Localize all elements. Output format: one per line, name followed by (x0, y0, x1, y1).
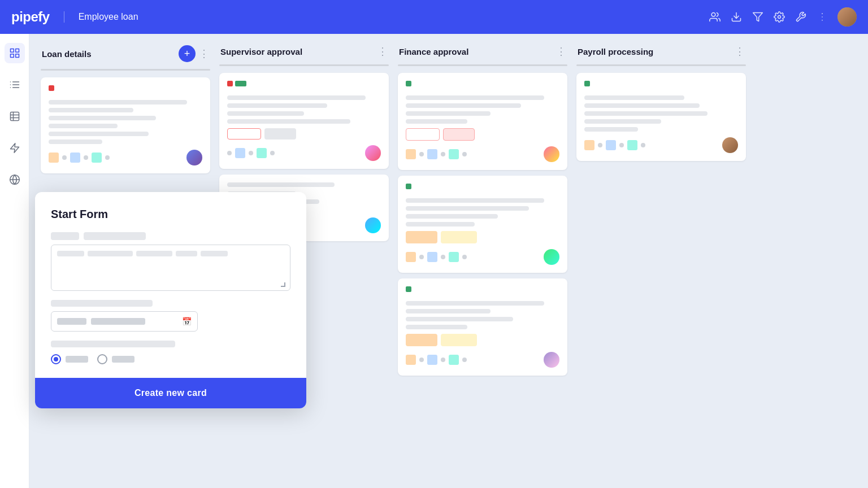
card-finance-2[interactable] (398, 176, 567, 273)
sidebar-item-list[interactable] (5, 75, 25, 95)
card-dot-indicator (462, 358, 467, 362)
column-title-supervisor: Supervisor approval (220, 47, 377, 56)
card-tag-icon (49, 152, 59, 163)
card-badges (406, 128, 559, 141)
form-radio-row (51, 354, 290, 364)
export-icon[interactable] (730, 11, 743, 23)
card-assignee-avatar (365, 145, 381, 161)
badge-orange (406, 334, 437, 346)
users-icon[interactable] (709, 11, 721, 23)
svg-point-0 (711, 13, 715, 17)
card-icons (227, 148, 275, 158)
svg-rect-8 (15, 49, 19, 53)
date-pill (91, 318, 145, 325)
filter-icon[interactable] (752, 11, 764, 23)
card-line (227, 111, 304, 116)
card-dot-indicator (62, 155, 67, 160)
card-status-dot-green (406, 184, 411, 189)
card-icons (584, 140, 645, 150)
form-radio-label (51, 341, 175, 347)
card-icon (427, 355, 437, 365)
wrench-icon[interactable] (795, 11, 807, 23)
card-attachment-icon (70, 152, 80, 163)
card-icon (257, 148, 267, 158)
textarea-placeholder-line (201, 251, 228, 256)
sidebar-item-globe[interactable] (5, 169, 25, 190)
radio-option-2[interactable] (97, 354, 134, 364)
card-line (406, 317, 513, 321)
card-payroll-1[interactable] (576, 73, 746, 161)
column-progress-payroll (576, 64, 746, 66)
sidebar-item-table[interactable] (5, 106, 25, 127)
card-footer (227, 145, 381, 161)
card-line (227, 103, 327, 108)
textarea-placeholder-line (136, 251, 172, 256)
field-label-pill-2 (84, 232, 146, 240)
radio-button-active[interactable] (51, 354, 61, 364)
card-dot-indicator (598, 143, 602, 147)
badge-pink-outline (406, 128, 440, 141)
card-icons (406, 252, 467, 262)
topbar-actions (709, 7, 857, 27)
column-more-supervisor[interactable]: ⋮ (377, 45, 388, 58)
card-icon (627, 140, 637, 150)
form-textarea-field[interactable] (51, 245, 290, 291)
column-progress-finance (398, 64, 567, 66)
card-icon (235, 148, 245, 158)
textarea-placeholder-line (88, 251, 133, 256)
card-line (406, 309, 491, 313)
card-status-dot-green (584, 81, 590, 86)
radio-option-1[interactable] (51, 354, 88, 364)
column-title-payroll: Payroll processing (578, 47, 735, 56)
user-avatar[interactable] (837, 7, 857, 27)
card-assignee-avatar (186, 150, 202, 165)
more-vertical-icon[interactable] (816, 11, 828, 23)
card-icon (584, 140, 594, 150)
card-dots (406, 184, 559, 194)
card-supervisor-1[interactable] (219, 73, 389, 169)
card-finance-3[interactable] (398, 278, 567, 376)
badge-pink-fill (443, 128, 475, 141)
form-date-input[interactable]: 📅 (51, 311, 198, 332)
column-more-loan-details[interactable]: ⋮ (199, 47, 209, 60)
card-dot-indicator (441, 255, 445, 259)
card-icon (449, 252, 459, 262)
card-line (406, 301, 544, 306)
card-icons (406, 149, 467, 159)
svg-point-3 (778, 16, 781, 19)
column-more-payroll[interactable]: ⋮ (735, 45, 745, 58)
column-progress-loan-details (41, 69, 210, 71)
card-badges (406, 231, 559, 243)
radio-button-inactive[interactable] (97, 354, 107, 364)
logo-text: pipefy (11, 9, 50, 25)
form-body: Start Form (35, 192, 306, 378)
column-header-finance: Finance approval ⋮ (398, 45, 567, 58)
settings-icon[interactable] (773, 11, 785, 23)
card-line (227, 95, 366, 100)
start-form-modal: Start Form (35, 192, 306, 408)
form-title: Start Form (51, 208, 290, 221)
card-footer (406, 146, 559, 162)
card-dot-indicator (419, 152, 424, 156)
add-card-button-loan-details[interactable]: + (179, 45, 196, 62)
card-dots (406, 286, 559, 297)
card-line (406, 103, 521, 108)
sidebar-item-automation[interactable] (5, 138, 25, 158)
card-badges (227, 128, 381, 140)
sidebar-item-board[interactable] (5, 43, 25, 63)
card-dot-indicator (105, 155, 110, 160)
card-footer (49, 150, 202, 165)
card-dot-indicator (419, 255, 424, 259)
card-line (406, 111, 491, 116)
column-more-finance[interactable]: ⋮ (556, 45, 566, 58)
topbar: pipefy Employee loan (0, 0, 868, 34)
textarea-placeholder-line (57, 251, 84, 256)
card-icon (406, 149, 416, 159)
sidebar (0, 34, 29, 488)
card-loan-1[interactable] (41, 77, 210, 173)
create-new-card-button[interactable]: Create new card (134, 388, 207, 398)
page-title: Employee loan (79, 12, 138, 22)
card-dot-indicator (641, 143, 645, 147)
card-finance-1[interactable] (398, 73, 567, 170)
card-assignee-avatar (722, 137, 738, 153)
